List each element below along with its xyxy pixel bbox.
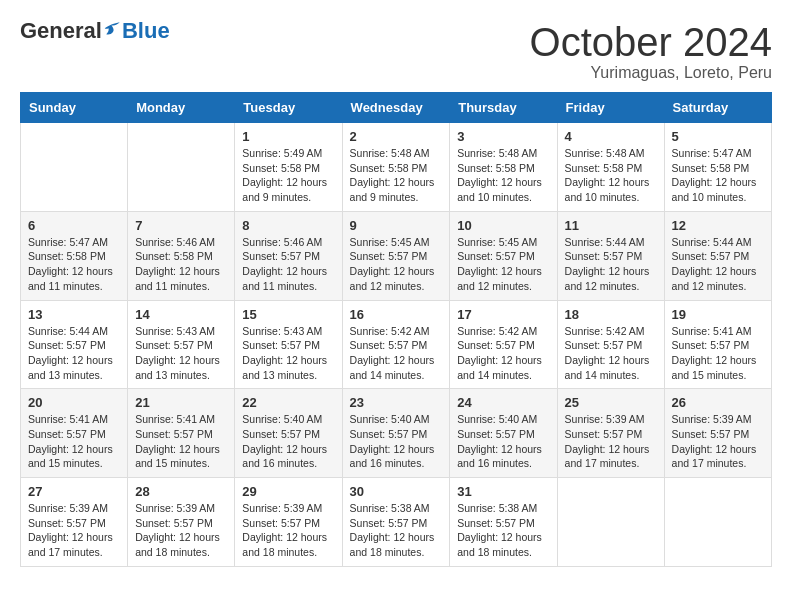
- day-info: Sunrise: 5:39 AMSunset: 5:57 PMDaylight:…: [135, 501, 227, 560]
- calendar-cell: 13Sunrise: 5:44 AMSunset: 5:57 PMDayligh…: [21, 300, 128, 389]
- day-number: 7: [135, 218, 227, 233]
- day-number: 5: [672, 129, 764, 144]
- day-info: Sunrise: 5:43 AMSunset: 5:57 PMDaylight:…: [242, 324, 334, 383]
- day-info: Sunrise: 5:44 AMSunset: 5:57 PMDaylight:…: [28, 324, 120, 383]
- calendar-week-2: 6Sunrise: 5:47 AMSunset: 5:58 PMDaylight…: [21, 211, 772, 300]
- calendar-table: SundayMondayTuesdayWednesdayThursdayFrid…: [20, 92, 772, 567]
- day-info: Sunrise: 5:40 AMSunset: 5:57 PMDaylight:…: [350, 412, 443, 471]
- calendar-cell: 26Sunrise: 5:39 AMSunset: 5:57 PMDayligh…: [664, 389, 771, 478]
- day-number: 30: [350, 484, 443, 499]
- day-info: Sunrise: 5:39 AMSunset: 5:57 PMDaylight:…: [672, 412, 764, 471]
- day-number: 1: [242, 129, 334, 144]
- day-number: 25: [565, 395, 657, 410]
- calendar-cell: 25Sunrise: 5:39 AMSunset: 5:57 PMDayligh…: [557, 389, 664, 478]
- day-number: 2: [350, 129, 443, 144]
- calendar-week-5: 27Sunrise: 5:39 AMSunset: 5:57 PMDayligh…: [21, 478, 772, 567]
- calendar-cell: 8Sunrise: 5:46 AMSunset: 5:57 PMDaylight…: [235, 211, 342, 300]
- day-number: 12: [672, 218, 764, 233]
- calendar-cell: 17Sunrise: 5:42 AMSunset: 5:57 PMDayligh…: [450, 300, 557, 389]
- calendar-cell: 23Sunrise: 5:40 AMSunset: 5:57 PMDayligh…: [342, 389, 450, 478]
- day-number: 10: [457, 218, 549, 233]
- calendar-cell: 28Sunrise: 5:39 AMSunset: 5:57 PMDayligh…: [128, 478, 235, 567]
- calendar-cell: 19Sunrise: 5:41 AMSunset: 5:57 PMDayligh…: [664, 300, 771, 389]
- column-header-thursday: Thursday: [450, 93, 557, 123]
- location-subtitle: Yurimaguas, Loreto, Peru: [530, 64, 772, 82]
- logo-blue-text: Blue: [122, 20, 170, 42]
- calendar-cell: 10Sunrise: 5:45 AMSunset: 5:57 PMDayligh…: [450, 211, 557, 300]
- day-number: 6: [28, 218, 120, 233]
- day-number: 11: [565, 218, 657, 233]
- day-number: 22: [242, 395, 334, 410]
- calendar-cell: 3Sunrise: 5:48 AMSunset: 5:58 PMDaylight…: [450, 123, 557, 212]
- day-info: Sunrise: 5:46 AMSunset: 5:57 PMDaylight:…: [242, 235, 334, 294]
- calendar-cell: [21, 123, 128, 212]
- day-number: 29: [242, 484, 334, 499]
- logo-general-text: General: [20, 20, 102, 42]
- day-info: Sunrise: 5:45 AMSunset: 5:57 PMDaylight:…: [457, 235, 549, 294]
- day-info: Sunrise: 5:38 AMSunset: 5:57 PMDaylight:…: [457, 501, 549, 560]
- day-number: 13: [28, 307, 120, 322]
- calendar-cell: 22Sunrise: 5:40 AMSunset: 5:57 PMDayligh…: [235, 389, 342, 478]
- logo-bird-icon: [104, 20, 122, 38]
- day-number: 4: [565, 129, 657, 144]
- column-header-wednesday: Wednesday: [342, 93, 450, 123]
- calendar-cell: 1Sunrise: 5:49 AMSunset: 5:58 PMDaylight…: [235, 123, 342, 212]
- day-info: Sunrise: 5:48 AMSunset: 5:58 PMDaylight:…: [350, 146, 443, 205]
- day-number: 17: [457, 307, 549, 322]
- day-info: Sunrise: 5:39 AMSunset: 5:57 PMDaylight:…: [28, 501, 120, 560]
- day-info: Sunrise: 5:47 AMSunset: 5:58 PMDaylight:…: [28, 235, 120, 294]
- day-info: Sunrise: 5:48 AMSunset: 5:58 PMDaylight:…: [565, 146, 657, 205]
- day-number: 27: [28, 484, 120, 499]
- day-info: Sunrise: 5:45 AMSunset: 5:57 PMDaylight:…: [350, 235, 443, 294]
- title-block: October 2024 Yurimaguas, Loreto, Peru: [530, 20, 772, 82]
- day-info: Sunrise: 5:40 AMSunset: 5:57 PMDaylight:…: [457, 412, 549, 471]
- day-number: 3: [457, 129, 549, 144]
- day-number: 19: [672, 307, 764, 322]
- day-info: Sunrise: 5:43 AMSunset: 5:57 PMDaylight:…: [135, 324, 227, 383]
- day-info: Sunrise: 5:40 AMSunset: 5:57 PMDaylight:…: [242, 412, 334, 471]
- day-info: Sunrise: 5:49 AMSunset: 5:58 PMDaylight:…: [242, 146, 334, 205]
- column-header-tuesday: Tuesday: [235, 93, 342, 123]
- day-number: 18: [565, 307, 657, 322]
- calendar-cell: 18Sunrise: 5:42 AMSunset: 5:57 PMDayligh…: [557, 300, 664, 389]
- calendar-cell: [664, 478, 771, 567]
- day-info: Sunrise: 5:42 AMSunset: 5:57 PMDaylight:…: [350, 324, 443, 383]
- calendar-cell: 29Sunrise: 5:39 AMSunset: 5:57 PMDayligh…: [235, 478, 342, 567]
- calendar-cell: 16Sunrise: 5:42 AMSunset: 5:57 PMDayligh…: [342, 300, 450, 389]
- calendar-cell: 14Sunrise: 5:43 AMSunset: 5:57 PMDayligh…: [128, 300, 235, 389]
- calendar-cell: 20Sunrise: 5:41 AMSunset: 5:57 PMDayligh…: [21, 389, 128, 478]
- calendar-cell: 2Sunrise: 5:48 AMSunset: 5:58 PMDaylight…: [342, 123, 450, 212]
- calendar-cell: 4Sunrise: 5:48 AMSunset: 5:58 PMDaylight…: [557, 123, 664, 212]
- day-info: Sunrise: 5:44 AMSunset: 5:57 PMDaylight:…: [672, 235, 764, 294]
- day-number: 23: [350, 395, 443, 410]
- calendar-cell: 12Sunrise: 5:44 AMSunset: 5:57 PMDayligh…: [664, 211, 771, 300]
- day-info: Sunrise: 5:38 AMSunset: 5:57 PMDaylight:…: [350, 501, 443, 560]
- day-info: Sunrise: 5:41 AMSunset: 5:57 PMDaylight:…: [135, 412, 227, 471]
- calendar-cell: 31Sunrise: 5:38 AMSunset: 5:57 PMDayligh…: [450, 478, 557, 567]
- calendar-cell: 15Sunrise: 5:43 AMSunset: 5:57 PMDayligh…: [235, 300, 342, 389]
- day-number: 26: [672, 395, 764, 410]
- day-info: Sunrise: 5:41 AMSunset: 5:57 PMDaylight:…: [28, 412, 120, 471]
- day-number: 16: [350, 307, 443, 322]
- logo: General Blue: [20, 20, 170, 42]
- calendar-cell: [557, 478, 664, 567]
- day-info: Sunrise: 5:42 AMSunset: 5:57 PMDaylight:…: [565, 324, 657, 383]
- calendar-week-4: 20Sunrise: 5:41 AMSunset: 5:57 PMDayligh…: [21, 389, 772, 478]
- page-header: General Blue October 2024 Yurimaguas, Lo…: [20, 20, 772, 82]
- calendar-cell: 21Sunrise: 5:41 AMSunset: 5:57 PMDayligh…: [128, 389, 235, 478]
- column-header-saturday: Saturday: [664, 93, 771, 123]
- column-header-sunday: Sunday: [21, 93, 128, 123]
- day-number: 24: [457, 395, 549, 410]
- day-info: Sunrise: 5:39 AMSunset: 5:57 PMDaylight:…: [565, 412, 657, 471]
- column-header-friday: Friday: [557, 93, 664, 123]
- day-info: Sunrise: 5:47 AMSunset: 5:58 PMDaylight:…: [672, 146, 764, 205]
- day-info: Sunrise: 5:48 AMSunset: 5:58 PMDaylight:…: [457, 146, 549, 205]
- day-info: Sunrise: 5:41 AMSunset: 5:57 PMDaylight:…: [672, 324, 764, 383]
- column-header-monday: Monday: [128, 93, 235, 123]
- day-number: 15: [242, 307, 334, 322]
- day-info: Sunrise: 5:42 AMSunset: 5:57 PMDaylight:…: [457, 324, 549, 383]
- calendar-cell: 30Sunrise: 5:38 AMSunset: 5:57 PMDayligh…: [342, 478, 450, 567]
- calendar-cell: 7Sunrise: 5:46 AMSunset: 5:58 PMDaylight…: [128, 211, 235, 300]
- day-number: 20: [28, 395, 120, 410]
- day-number: 14: [135, 307, 227, 322]
